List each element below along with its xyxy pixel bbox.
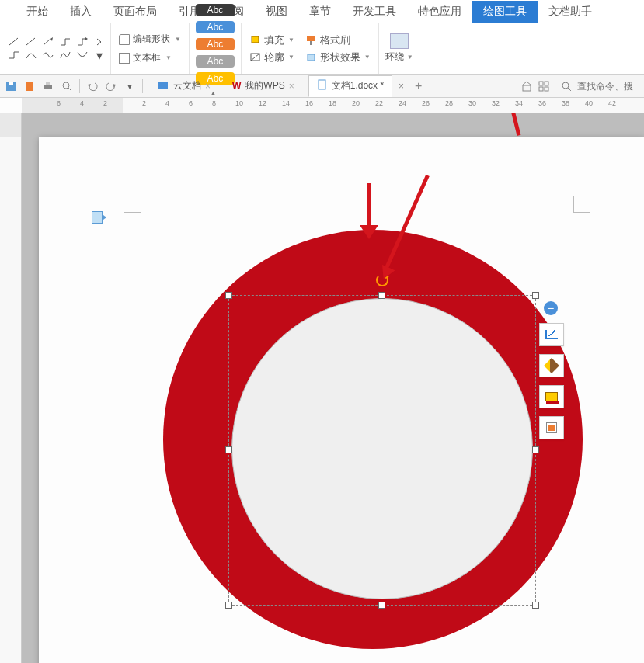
ruler-tick: 26	[422, 99, 430, 107]
svg-rect-24	[539, 87, 543, 91]
new-tab-button[interactable]: +	[410, 79, 426, 93]
menu-drawing-tools[interactable]: 绘图工具	[472, 1, 538, 23]
handle-ne[interactable]	[532, 292, 539, 299]
shape-effects-button[interactable]: 形状效果 ▼	[305, 50, 371, 64]
undo-icon[interactable]	[86, 80, 99, 92]
ruler-tick: 16	[305, 99, 313, 107]
search-icon[interactable]	[560, 80, 573, 92]
ruler-tick: 4	[80, 99, 84, 107]
svg-line-16	[68, 88, 71, 91]
wrap-button[interactable]: 环绕 ▼	[379, 23, 419, 74]
menu-view[interactable]: 视图	[255, 1, 298, 23]
ruler-tick: 32	[492, 99, 500, 107]
svg-rect-14	[46, 82, 50, 85]
more-lines-icon[interactable]	[93, 36, 106, 47]
grid-icon[interactable]	[538, 80, 550, 92]
elbow-arrow-icon[interactable]	[76, 36, 89, 47]
line-diag-icon[interactable]	[8, 36, 20, 47]
menu-doc-assistant[interactable]: 文档助手	[538, 1, 603, 23]
chart-icon	[545, 330, 558, 339]
textbox-button[interactable]: 文本框 ▼	[116, 50, 184, 66]
outline-button[interactable]: 轮廓 ▼	[249, 50, 294, 64]
caret-icon: ▼	[364, 54, 371, 61]
fill-button[interactable]: 填充 ▼	[249, 33, 294, 47]
edit-shape-button[interactable]: 编辑形状 ▼	[116, 31, 184, 47]
menu-developer[interactable]: 开发工具	[342, 1, 407, 23]
annotation-arrow-3	[494, 113, 520, 136]
tab-active-doc[interactable]: 文档1.docx *	[308, 75, 392, 97]
svg-line-1	[26, 38, 35, 45]
separator	[79, 79, 80, 93]
menu-sections[interactable]: 章节	[298, 1, 342, 23]
textbox-icon	[119, 53, 130, 64]
print-icon[interactable]	[42, 80, 54, 92]
style-swatch-gray[interactable]: Abc	[196, 55, 235, 68]
float-brush-button[interactable]	[539, 416, 564, 439]
ruler-tick: 40	[585, 99, 593, 107]
caret-icon: ▼	[288, 36, 294, 43]
separator	[142, 79, 143, 93]
arrow-line-icon[interactable]	[42, 36, 54, 47]
close-icon[interactable]: ×	[289, 81, 294, 92]
anchor-icon[interactable]	[92, 211, 103, 224]
paste-icon[interactable]	[23, 80, 36, 92]
style-swatch-black[interactable]: Abc	[196, 4, 235, 16]
ribbon: ▾ 编辑形状 ▼ 文本框 ▼ Abc Abc Abc Abc Abc Abc ▲…	[0, 23, 644, 75]
document-page[interactable]: GX7网 system.com −	[39, 137, 644, 663]
svg-rect-23	[545, 82, 548, 85]
cloud-docs-label: 云文档	[173, 79, 201, 92]
line-diag2-icon[interactable]	[25, 36, 37, 47]
svg-point-15	[63, 82, 69, 89]
menu-insert[interactable]: 插入	[59, 1, 103, 23]
menu-start[interactable]: 开始	[16, 1, 59, 23]
close-icon[interactable]: ×	[205, 81, 211, 92]
ruler-tick: 2	[103, 99, 107, 107]
dropdown-icon[interactable]: ▾	[124, 80, 136, 92]
format-painter-button[interactable]: 格式刷	[305, 33, 350, 47]
elbow-icon[interactable]	[59, 36, 71, 47]
collapse-badge[interactable]: −	[544, 301, 558, 315]
tab-my-wps[interactable]: W 我的WPS ×	[225, 75, 302, 97]
doc-icon	[317, 79, 328, 92]
preview-icon[interactable]	[61, 80, 73, 92]
fill-group: 填充 ▼ 格式刷 轮廓 ▼ 形状效果 ▼	[242, 23, 379, 74]
tab-cloud-docs[interactable]: 云文档 ×	[149, 75, 218, 97]
freeform2-icon[interactable]	[76, 50, 89, 61]
float-bucket-button[interactable]	[539, 385, 564, 408]
home-icon[interactable]	[520, 80, 533, 92]
style-swatch-blue[interactable]: Abc	[196, 21, 235, 33]
active-close-icon[interactable]: ×	[399, 81, 404, 92]
shape-inner-circle[interactable]	[231, 298, 533, 599]
svg-rect-22	[539, 82, 543, 85]
caret-icon: ▼	[165, 54, 172, 61]
wps-icon: W	[232, 81, 241, 92]
edit-group: 编辑形状 ▼ 文本框 ▼	[111, 23, 190, 74]
style-swatch-orange[interactable]: Abc	[196, 38, 235, 50]
curve-icon[interactable]	[25, 50, 37, 61]
curve2-icon[interactable]	[42, 50, 54, 61]
freeform-icon[interactable]	[59, 50, 71, 61]
float-pen-button[interactable]	[539, 354, 564, 377]
margin-mark-tr	[573, 196, 590, 213]
shapes-expand-icon[interactable]: ▾	[93, 50, 106, 61]
connector1-icon[interactable]	[8, 50, 20, 61]
canvas-area[interactable]: GX7网 system.com −	[22, 113, 644, 663]
ruler-vertical[interactable]	[0, 113, 22, 663]
redo-icon[interactable]	[105, 80, 117, 92]
ruler-tick: 4	[165, 99, 169, 107]
ruler-tick: 34	[515, 99, 523, 107]
handle-se[interactable]	[532, 602, 539, 609]
save-icon[interactable]	[5, 80, 17, 92]
ruler-tick: 28	[445, 99, 453, 107]
qat-row: ▾ 云文档 × W 我的WPS × 文档1.docx * × +	[0, 75, 644, 98]
pen-icon	[544, 358, 559, 373]
menu-bar: 开始 插入 页面布局 引用 审阅 视图 章节 开发工具 特色应用 绘图工具 文档…	[0, 0, 644, 23]
caret-icon: ▼	[288, 54, 294, 61]
float-chart-button[interactable]	[539, 323, 564, 346]
search-input[interactable]	[577, 81, 639, 92]
svg-rect-13	[44, 85, 52, 89]
ruler-horizontal[interactable]: 6 4 2 2 4 6 8 10 12 14 16 18 20 22 24 26…	[22, 98, 644, 113]
menu-page-layout[interactable]: 页面布局	[103, 1, 168, 23]
handle-sw[interactable]	[225, 602, 232, 609]
menu-special-apps[interactable]: 特色应用	[407, 1, 472, 23]
